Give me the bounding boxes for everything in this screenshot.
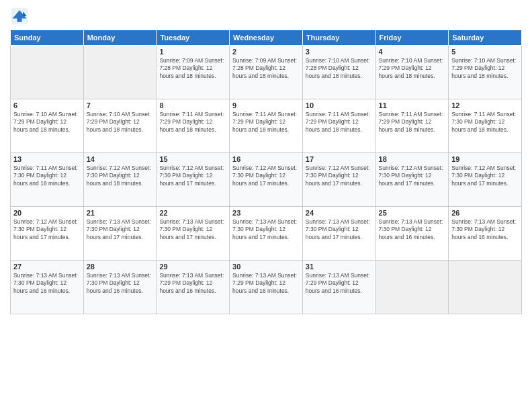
calendar-cell: 4Sunrise: 7:10 AM Sunset: 7:29 PM Daylig…: [375, 46, 449, 99]
day-info: Sunrise: 7:13 AM Sunset: 7:30 PM Dayligh…: [379, 218, 446, 241]
day-number: 2: [232, 48, 300, 56]
week-row-5: 27Sunrise: 7:13 AM Sunset: 7:30 PM Dayli…: [11, 261, 522, 314]
day-info: Sunrise: 7:13 AM Sunset: 7:29 PM Dayligh…: [306, 272, 373, 295]
calendar-cell: 22Sunrise: 7:13 AM Sunset: 7:30 PM Dayli…: [157, 207, 230, 261]
header-row: SundayMondayTuesdayWednesdayThursdayFrid…: [11, 30, 522, 46]
day-number: 26: [451, 209, 519, 217]
calendar-cell: 20Sunrise: 7:12 AM Sunset: 7:30 PM Dayli…: [11, 207, 84, 261]
calendar-cell: 19Sunrise: 7:12 AM Sunset: 7:30 PM Dayli…: [449, 153, 522, 207]
day-number: 24: [306, 209, 373, 217]
calendar-cell: 28Sunrise: 7:13 AM Sunset: 7:30 PM Dayli…: [83, 261, 157, 314]
calendar-cell: 9Sunrise: 7:11 AM Sunset: 7:29 PM Daylig…: [230, 99, 303, 153]
calendar-cell: 12Sunrise: 7:11 AM Sunset: 7:30 PM Dayli…: [449, 99, 522, 153]
calendar-cell: 6Sunrise: 7:10 AM Sunset: 7:29 PM Daylig…: [11, 99, 84, 153]
day-info: Sunrise: 7:13 AM Sunset: 7:30 PM Dayligh…: [306, 218, 373, 241]
day-header-saturday: Saturday: [449, 30, 522, 46]
calendar-cell: 31Sunrise: 7:13 AM Sunset: 7:29 PM Dayli…: [302, 261, 375, 314]
day-number: 13: [13, 155, 81, 163]
day-info: Sunrise: 7:12 AM Sunset: 7:30 PM Dayligh…: [232, 165, 300, 187]
calendar-cell: 18Sunrise: 7:12 AM Sunset: 7:30 PM Dayli…: [375, 153, 449, 207]
calendar-cell: 25Sunrise: 7:13 AM Sunset: 7:30 PM Dayli…: [375, 207, 449, 261]
day-info: Sunrise: 7:11 AM Sunset: 7:29 PM Dayligh…: [159, 111, 226, 134]
day-info: Sunrise: 7:10 AM Sunset: 7:29 PM Dayligh…: [13, 111, 81, 134]
day-number: 22: [159, 209, 226, 217]
week-row-2: 6Sunrise: 7:10 AM Sunset: 7:29 PM Daylig…: [11, 99, 522, 153]
day-number: 11: [379, 101, 446, 109]
day-number: 29: [159, 263, 226, 271]
day-info: Sunrise: 7:11 AM Sunset: 7:30 PM Dayligh…: [451, 111, 519, 134]
calendar-cell: 17Sunrise: 7:12 AM Sunset: 7:30 PM Dayli…: [302, 153, 375, 207]
day-number: 25: [379, 209, 446, 217]
day-number: 20: [13, 209, 81, 217]
day-header-sunday: Sunday: [11, 30, 84, 46]
day-number: 12: [451, 101, 519, 109]
day-info: Sunrise: 7:11 AM Sunset: 7:29 PM Dayligh…: [379, 111, 446, 134]
day-info: Sunrise: 7:13 AM Sunset: 7:29 PM Dayligh…: [159, 272, 226, 295]
header: [10, 7, 522, 26]
logo-icon: [10, 7, 29, 26]
day-info: Sunrise: 7:09 AM Sunset: 7:28 PM Dayligh…: [232, 57, 300, 80]
day-info: Sunrise: 7:10 AM Sunset: 7:28 PM Dayligh…: [306, 57, 373, 80]
calendar-cell: [375, 261, 449, 314]
day-number: 30: [232, 263, 300, 271]
day-number: 5: [451, 48, 519, 56]
calendar-cell: 1Sunrise: 7:09 AM Sunset: 7:28 PM Daylig…: [157, 46, 230, 99]
calendar-cell: 5Sunrise: 7:10 AM Sunset: 7:29 PM Daylig…: [449, 46, 522, 99]
day-info: Sunrise: 7:12 AM Sunset: 7:30 PM Dayligh…: [306, 165, 373, 187]
day-number: 7: [87, 101, 154, 109]
day-header-wednesday: Wednesday: [230, 30, 303, 46]
calendar-cell: 16Sunrise: 7:12 AM Sunset: 7:30 PM Dayli…: [230, 153, 303, 207]
day-info: Sunrise: 7:11 AM Sunset: 7:29 PM Dayligh…: [306, 111, 373, 134]
calendar-cell: 26Sunrise: 7:13 AM Sunset: 7:30 PM Dayli…: [449, 207, 522, 261]
calendar-table: SundayMondayTuesdayWednesdayThursdayFrid…: [10, 30, 522, 314]
calendar-cell: 13Sunrise: 7:11 AM Sunset: 7:30 PM Dayli…: [11, 153, 84, 207]
calendar-cell: 10Sunrise: 7:11 AM Sunset: 7:29 PM Dayli…: [302, 99, 375, 153]
logo: [10, 7, 32, 26]
day-number: 8: [159, 101, 226, 109]
day-number: 3: [306, 48, 373, 56]
day-number: 21: [87, 209, 154, 217]
day-number: 6: [13, 101, 81, 109]
day-header-tuesday: Tuesday: [157, 30, 230, 46]
calendar-cell: 8Sunrise: 7:11 AM Sunset: 7:29 PM Daylig…: [157, 99, 230, 153]
day-info: Sunrise: 7:13 AM Sunset: 7:30 PM Dayligh…: [87, 272, 154, 295]
week-row-1: 1Sunrise: 7:09 AM Sunset: 7:28 PM Daylig…: [11, 46, 522, 99]
day-number: 1: [159, 48, 226, 56]
calendar-cell: [449, 261, 522, 314]
calendar-cell: 2Sunrise: 7:09 AM Sunset: 7:28 PM Daylig…: [230, 46, 303, 99]
calendar-cell: 15Sunrise: 7:12 AM Sunset: 7:30 PM Dayli…: [157, 153, 230, 207]
day-info: Sunrise: 7:13 AM Sunset: 7:30 PM Dayligh…: [451, 218, 519, 241]
calendar-cell: [11, 46, 84, 99]
day-info: Sunrise: 7:13 AM Sunset: 7:30 PM Dayligh…: [159, 218, 226, 241]
day-info: Sunrise: 7:10 AM Sunset: 7:29 PM Dayligh…: [87, 111, 154, 134]
calendar-cell: 7Sunrise: 7:10 AM Sunset: 7:29 PM Daylig…: [83, 99, 157, 153]
calendar-cell: 27Sunrise: 7:13 AM Sunset: 7:30 PM Dayli…: [11, 261, 84, 314]
calendar-cell: 30Sunrise: 7:13 AM Sunset: 7:29 PM Dayli…: [230, 261, 303, 314]
calendar-cell: 21Sunrise: 7:13 AM Sunset: 7:30 PM Dayli…: [83, 207, 157, 261]
day-info: Sunrise: 7:13 AM Sunset: 7:29 PM Dayligh…: [232, 272, 300, 295]
calendar-cell: 29Sunrise: 7:13 AM Sunset: 7:29 PM Dayli…: [157, 261, 230, 314]
day-number: 14: [87, 155, 154, 163]
week-row-3: 13Sunrise: 7:11 AM Sunset: 7:30 PM Dayli…: [11, 153, 522, 207]
day-number: 9: [232, 101, 300, 109]
day-info: Sunrise: 7:11 AM Sunset: 7:30 PM Dayligh…: [13, 165, 81, 187]
day-number: 23: [232, 209, 300, 217]
calendar-cell: 23Sunrise: 7:13 AM Sunset: 7:30 PM Dayli…: [230, 207, 303, 261]
day-header-monday: Monday: [83, 30, 157, 46]
day-number: 15: [159, 155, 226, 163]
day-info: Sunrise: 7:12 AM Sunset: 7:30 PM Dayligh…: [87, 165, 154, 187]
day-number: 4: [379, 48, 446, 56]
calendar-cell: 14Sunrise: 7:12 AM Sunset: 7:30 PM Dayli…: [83, 153, 157, 207]
day-number: 10: [306, 101, 373, 109]
day-info: Sunrise: 7:10 AM Sunset: 7:29 PM Dayligh…: [379, 57, 446, 80]
day-number: 17: [306, 155, 373, 163]
day-info: Sunrise: 7:12 AM Sunset: 7:30 PM Dayligh…: [13, 218, 81, 241]
day-number: 18: [379, 155, 446, 163]
day-number: 19: [451, 155, 519, 163]
day-info: Sunrise: 7:13 AM Sunset: 7:30 PM Dayligh…: [13, 272, 81, 295]
day-info: Sunrise: 7:13 AM Sunset: 7:30 PM Dayligh…: [87, 218, 154, 241]
calendar-cell: 11Sunrise: 7:11 AM Sunset: 7:29 PM Dayli…: [375, 99, 449, 153]
day-header-thursday: Thursday: [302, 30, 375, 46]
calendar-cell: 24Sunrise: 7:13 AM Sunset: 7:30 PM Dayli…: [302, 207, 375, 261]
page: SundayMondayTuesdayWednesdayThursdayFrid…: [0, 0, 532, 411]
